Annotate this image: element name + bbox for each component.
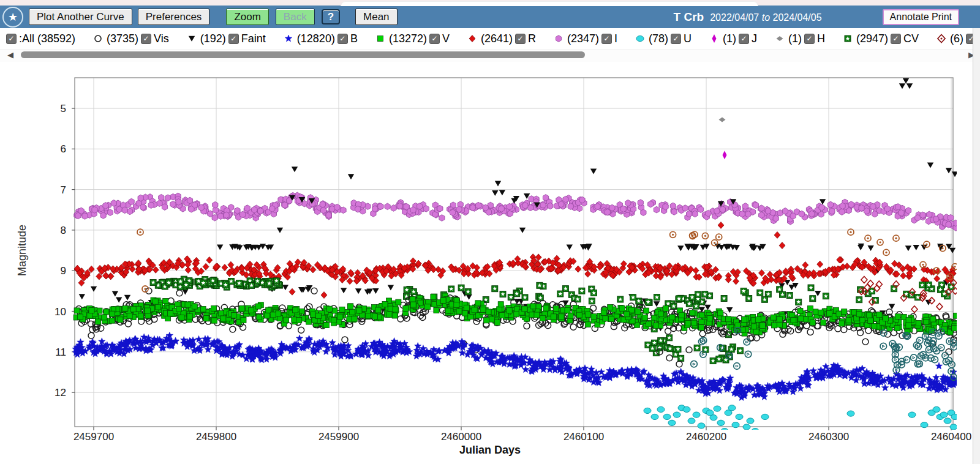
legend-band-label: U xyxy=(684,32,692,45)
svg-text:12: 12 xyxy=(55,387,66,399)
aavso-logo-icon: ★ xyxy=(2,7,23,28)
legend-count: (78) xyxy=(649,32,668,45)
x-tick-labels: 2459700245980024599002460000246010024602… xyxy=(74,431,971,443)
top-strip xyxy=(0,0,980,6)
svg-text:2460300: 2460300 xyxy=(809,431,849,443)
legend-band-label: Vis xyxy=(154,32,169,45)
checkbox[interactable]: ✓ xyxy=(671,34,681,44)
blue-star-icon xyxy=(282,32,295,45)
checkbox[interactable]: ✓ xyxy=(601,34,612,44)
legend-count: (192) xyxy=(200,32,226,45)
legend-band-label: V xyxy=(442,32,450,45)
zoom-button[interactable]: Zoom xyxy=(226,9,268,26)
checkbox[interactable]: ✓ xyxy=(891,34,901,44)
svg-text:7: 7 xyxy=(61,184,66,196)
legend-count: (12820) xyxy=(297,32,335,45)
legend-band-label: Faint xyxy=(241,32,266,45)
legend-count: (6) xyxy=(950,32,963,45)
legend-count: (2947) xyxy=(856,32,888,45)
preferences-button[interactable]: Preferences xyxy=(138,9,210,26)
svg-text:9: 9 xyxy=(61,265,66,277)
cv-square-star-icon xyxy=(842,32,854,45)
chart-title: T Crb 2022/04/07 to 2024/04/05 xyxy=(674,10,822,24)
svg-text:11: 11 xyxy=(55,346,66,358)
date-to-word: to xyxy=(762,12,770,23)
legend-item-all: ✓:All (38592) xyxy=(6,32,75,45)
plot-another-curve-button[interactable]: Plot Another Curve xyxy=(29,9,132,26)
legend-item-v: (13272)✓V xyxy=(374,32,450,45)
legend-item-b: (12820)✓B xyxy=(282,32,358,45)
legend-item-vis: (3735)✓Vis xyxy=(92,32,169,45)
svg-text:10: 10 xyxy=(55,306,66,318)
y-axis-title: Magnitude xyxy=(16,225,28,276)
checkbox[interactable]: ✓ xyxy=(6,34,17,44)
legend-band-label: R xyxy=(528,32,536,45)
svg-text:2459700: 2459700 xyxy=(74,431,114,443)
checkbox[interactable]: ✓ xyxy=(515,34,526,44)
legend-band-label: J xyxy=(752,32,757,45)
open-circle-icon xyxy=(92,32,104,45)
light-curve-svg: 5678910111224597002459800245990024600002… xyxy=(0,62,980,464)
cyan-ellipse-icon xyxy=(634,32,646,45)
legend-count: (2347) xyxy=(567,32,599,45)
scrollbar-thumb[interactable] xyxy=(21,51,585,58)
svg-text:2460100: 2460100 xyxy=(564,431,604,443)
legend-band-label: CV xyxy=(903,32,919,45)
legend-band-label: B xyxy=(350,32,358,45)
legend-item-h: (1)✓H xyxy=(774,32,825,45)
x-axis-title: Julian Days xyxy=(459,444,521,456)
checkbox[interactable]: ✓ xyxy=(337,34,348,44)
checkbox[interactable]: ✓ xyxy=(804,34,815,44)
black-triangle-icon xyxy=(186,32,198,45)
legend-item-j: (1)✓J xyxy=(708,32,757,45)
svg-text:2460000: 2460000 xyxy=(441,431,481,443)
svg-text:2459800: 2459800 xyxy=(196,431,236,443)
date-range: 2022/04/07 to 2024/04/05 xyxy=(710,12,821,23)
svg-text:6: 6 xyxy=(61,143,66,155)
svg-text:5: 5 xyxy=(61,103,66,114)
red-diamond-icon xyxy=(466,32,478,45)
checkbox[interactable]: ✓ xyxy=(739,34,749,44)
legend-count: (3735) xyxy=(107,32,138,45)
svg-text:2460400: 2460400 xyxy=(931,431,971,443)
help-button[interactable]: ? xyxy=(322,9,340,25)
legend-bar: ✓:All (38592)(3735)✓Vis(192)✓Faint(12820… xyxy=(0,28,980,50)
green-square-icon xyxy=(374,32,386,45)
legend-item-i: (2347)✓I xyxy=(552,32,617,45)
legend-count: (13272) xyxy=(389,32,427,45)
legend-item-u: (78)✓U xyxy=(634,32,692,45)
legend-item-faint: (192)✓Faint xyxy=(186,32,266,45)
legend-band-label: H xyxy=(817,32,825,45)
back-button[interactable]: Back xyxy=(276,9,315,26)
violet-hexagon-icon xyxy=(552,32,565,45)
legend-band-label: I xyxy=(614,32,617,45)
mean-button[interactable]: Mean xyxy=(355,9,398,26)
data-points xyxy=(72,78,960,438)
scroll-left-icon[interactable]: ◀ xyxy=(7,50,13,60)
cr-open-diamond-icon xyxy=(935,32,948,45)
light-curve-chart[interactable]: 5678910111224597002459800245990024600002… xyxy=(0,62,980,464)
date-to: 2024/04/05 xyxy=(773,12,822,23)
legend-item-cv: (2947)✓CV xyxy=(842,32,919,45)
legend-item-r: (2641)✓R xyxy=(466,32,536,45)
svg-text:8: 8 xyxy=(61,225,66,236)
annotate-print-button[interactable]: Annotate Print xyxy=(883,9,959,25)
toolbar: ★ Plot Another Curve Preferences Zoom Ba… xyxy=(0,6,980,28)
checkbox[interactable]: ✓ xyxy=(141,34,151,44)
checkbox[interactable]: ✓ xyxy=(429,34,440,44)
y-tick-labels: 56789101112 xyxy=(55,103,66,399)
series-H xyxy=(719,118,726,122)
gray-diamond-icon xyxy=(774,32,786,45)
top-strip-tab xyxy=(341,1,758,6)
checkbox[interactable]: ✓ xyxy=(228,34,239,44)
svg-text:2459900: 2459900 xyxy=(318,431,359,443)
series-J xyxy=(723,151,727,159)
date-from: 2022/04/07 xyxy=(710,12,759,23)
legend-scrollbar: ◀ ▶ xyxy=(0,50,980,62)
magenta-diamond-icon xyxy=(708,32,720,45)
star-name: T Crb xyxy=(674,10,704,24)
svg-text:2460200: 2460200 xyxy=(686,431,726,443)
legend-count: (1) xyxy=(788,32,802,45)
legend-count: (2641) xyxy=(481,32,513,45)
legend-count: (1) xyxy=(723,32,736,45)
